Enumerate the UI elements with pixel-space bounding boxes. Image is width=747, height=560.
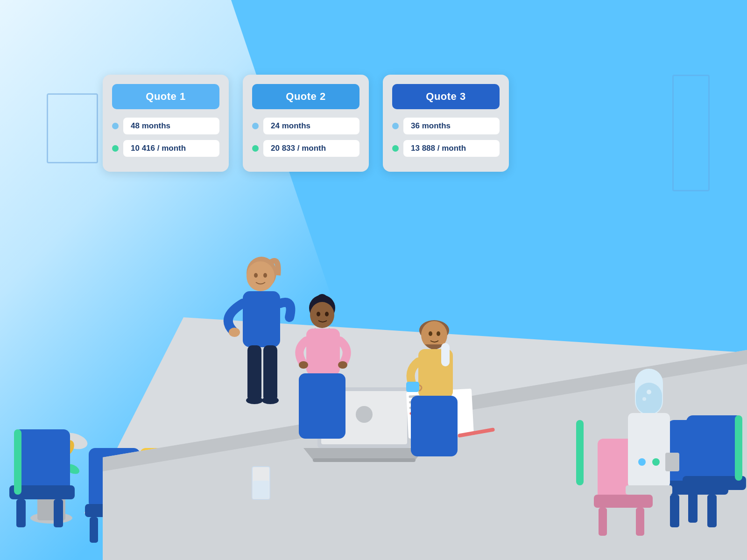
card-row-price-1: 10 416 / month (112, 140, 219, 157)
svg-point-80 (437, 331, 440, 336)
card-header-2: Quote 2 (252, 84, 359, 109)
svg-rect-37 (670, 495, 679, 527)
svg-point-65 (246, 397, 263, 404)
glass (252, 467, 270, 499)
svg-point-62 (229, 328, 240, 337)
card-row-duration-1: 48 months (112, 118, 219, 134)
svg-rect-9 (14, 429, 70, 495)
card-row-duration-2: 24 months (252, 118, 359, 134)
card-duration-1: 48 months (123, 118, 219, 134)
svg-rect-56 (665, 453, 679, 471)
svg-rect-49 (636, 383, 662, 414)
svg-point-50 (647, 390, 651, 394)
svg-point-71 (325, 312, 329, 316)
svg-rect-11 (16, 499, 26, 527)
svg-point-51 (642, 397, 646, 401)
card-title-2: Quote 2 (286, 91, 325, 102)
cards-container: Quote 1 48 months 10 416 / month Quote 2… (103, 75, 509, 172)
svg-rect-26 (313, 458, 416, 462)
svg-rect-63 (247, 345, 261, 401)
svg-rect-42 (599, 508, 607, 536)
card-duration-2: 24 months (263, 118, 359, 134)
svg-rect-76 (299, 373, 345, 439)
svg-point-24 (356, 406, 373, 423)
svg-point-58 (247, 261, 275, 291)
svg-point-74 (299, 361, 308, 369)
quote-card-2: Quote 2 24 months 20 833 / month (243, 75, 369, 172)
quote-card-1: Quote 1 48 months 10 416 / month (103, 75, 229, 172)
dot-price-2 (252, 145, 259, 152)
svg-rect-38 (707, 495, 717, 527)
card-row-price-2: 20 833 / month (252, 140, 359, 157)
svg-point-59 (254, 273, 258, 278)
svg-marker-25 (303, 448, 425, 460)
dot-duration-1 (112, 123, 119, 129)
card-row-duration-3: 36 months (392, 118, 500, 134)
person-seated-left (299, 294, 347, 439)
card-title-3: Quote 3 (426, 91, 465, 102)
card-price-2: 20 833 / month (263, 140, 359, 157)
svg-rect-16 (90, 517, 98, 543)
dot-price-3 (392, 145, 399, 152)
card-price-3: 13 888 / month (403, 140, 500, 157)
svg-rect-44 (686, 415, 742, 481)
svg-rect-12 (54, 499, 63, 527)
dot-duration-3 (392, 123, 399, 129)
svg-rect-83 (406, 382, 419, 392)
svg-rect-47 (735, 415, 742, 481)
svg-rect-61 (243, 291, 280, 347)
card-title-1: Quote 1 (146, 91, 185, 102)
card-duration-3: 36 months (403, 118, 500, 134)
svg-point-66 (262, 397, 279, 404)
svg-rect-64 (263, 345, 277, 401)
card-price-1: 10 416 / month (123, 140, 219, 157)
quote-card-3: Quote 3 36 months 13 888 / month (383, 75, 509, 172)
svg-rect-41 (594, 495, 653, 508)
svg-rect-43 (636, 508, 644, 536)
svg-point-75 (338, 361, 347, 369)
person-standing (228, 257, 291, 404)
dot-price-1 (112, 145, 119, 152)
card-header-1: Quote 1 (112, 84, 219, 109)
card-row-price-3: 13 888 / month (392, 140, 500, 157)
svg-point-69 (310, 302, 334, 328)
card-header-3: Quote 3 (392, 84, 500, 109)
person-seated-right (406, 320, 458, 456)
svg-rect-55 (626, 485, 672, 495)
svg-point-53 (638, 458, 646, 466)
svg-rect-84 (441, 343, 450, 366)
svg-point-54 (652, 458, 660, 466)
svg-rect-39 (576, 420, 584, 485)
svg-point-70 (317, 312, 320, 316)
svg-rect-52 (628, 413, 670, 488)
scene-illustration (0, 140, 747, 560)
svg-point-79 (429, 331, 432, 336)
dot-duration-2 (252, 123, 259, 129)
svg-rect-85 (411, 396, 458, 456)
svg-rect-46 (688, 490, 698, 523)
svg-rect-28 (253, 481, 269, 498)
svg-rect-13 (14, 429, 21, 495)
svg-point-60 (263, 273, 267, 278)
svg-rect-73 (306, 329, 340, 375)
